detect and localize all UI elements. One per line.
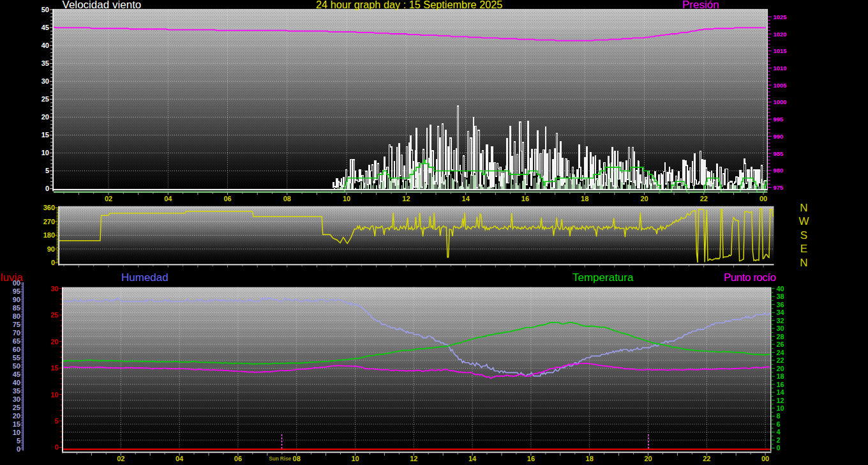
svg-text:32: 32 — [777, 317, 784, 324]
svg-text:980: 980 — [774, 167, 784, 174]
svg-text:Humedad: Humedad — [121, 271, 168, 284]
svg-text:10: 10 — [351, 455, 359, 462]
svg-text:90: 90 — [47, 245, 55, 253]
svg-text:24 hour graph day : 15 Septiem: 24 hour graph day : 15 Septiembre 2025 — [316, 0, 502, 10]
svg-text:40: 40 — [13, 379, 20, 386]
svg-text:14: 14 — [777, 388, 785, 396]
svg-text:18: 18 — [777, 372, 784, 380]
svg-text:18: 18 — [586, 455, 594, 462]
svg-text:22: 22 — [777, 356, 784, 364]
svg-text:14: 14 — [468, 455, 477, 462]
svg-text:85: 85 — [13, 304, 20, 312]
svg-text:08: 08 — [283, 195, 291, 202]
svg-text:25: 25 — [13, 404, 20, 411]
svg-text:08: 08 — [293, 455, 301, 462]
svg-text:20: 20 — [13, 412, 20, 420]
svg-text:995: 995 — [774, 116, 784, 123]
svg-text:75: 75 — [13, 321, 20, 328]
svg-text:Presión: Presión — [682, 0, 719, 11]
svg-text:45: 45 — [13, 370, 20, 378]
svg-text:55: 55 — [13, 354, 20, 362]
svg-text:06: 06 — [223, 195, 231, 202]
svg-text:24: 24 — [777, 349, 785, 356]
svg-text:00: 00 — [760, 195, 767, 202]
svg-text:90: 90 — [13, 296, 20, 303]
svg-text:S: S — [800, 229, 807, 241]
svg-text:1010: 1010 — [774, 65, 787, 72]
svg-text:975: 975 — [774, 184, 784, 191]
svg-text:15: 15 — [50, 364, 58, 372]
svg-text:5: 5 — [45, 167, 49, 174]
svg-text:360: 360 — [43, 204, 55, 211]
svg-text:30: 30 — [50, 285, 58, 293]
svg-text:35: 35 — [41, 59, 49, 67]
svg-text:12: 12 — [402, 195, 410, 202]
svg-text:10: 10 — [50, 391, 58, 399]
svg-text:N: N — [800, 202, 807, 214]
svg-text:02: 02 — [117, 455, 124, 462]
svg-text:20: 20 — [50, 338, 58, 346]
svg-text:20: 20 — [644, 455, 652, 462]
svg-text:0: 0 — [17, 445, 20, 453]
svg-text:30: 30 — [13, 395, 20, 403]
svg-text:10: 10 — [41, 149, 49, 156]
svg-text:40: 40 — [777, 285, 784, 293]
svg-text:5: 5 — [17, 437, 20, 445]
svg-text:20: 20 — [640, 195, 648, 202]
svg-text:02: 02 — [105, 195, 112, 202]
svg-text:38: 38 — [777, 293, 784, 300]
svg-text:16: 16 — [527, 455, 535, 462]
svg-text:80: 80 — [13, 312, 20, 320]
svg-text:1015: 1015 — [774, 47, 788, 54]
svg-text:35: 35 — [13, 387, 20, 395]
svg-text:15: 15 — [13, 420, 20, 428]
svg-text:0: 0 — [51, 259, 55, 266]
svg-text:65: 65 — [13, 337, 20, 345]
svg-text:6: 6 — [777, 420, 781, 428]
svg-text:W: W — [798, 215, 809, 227]
svg-text:22: 22 — [703, 455, 710, 462]
svg-text:4: 4 — [777, 428, 781, 436]
svg-text:N: N — [800, 257, 807, 269]
svg-text:985: 985 — [774, 150, 784, 157]
svg-text:1005: 1005 — [774, 82, 788, 89]
svg-text:28: 28 — [777, 333, 784, 340]
svg-text:8: 8 — [777, 412, 781, 420]
svg-text:Velocidad viento: Velocidad viento — [63, 0, 142, 11]
svg-text:16: 16 — [777, 381, 784, 388]
svg-text:18: 18 — [581, 195, 588, 202]
svg-text:Sun Rise: Sun Rise — [269, 455, 291, 462]
svg-text:36: 36 — [777, 301, 784, 309]
svg-text:10: 10 — [13, 429, 20, 436]
svg-text:0: 0 — [45, 185, 49, 192]
svg-text:70: 70 — [13, 329, 20, 337]
svg-text:25: 25 — [41, 95, 49, 103]
svg-text:5: 5 — [54, 417, 58, 425]
svg-text:10: 10 — [777, 404, 784, 412]
svg-text:20: 20 — [41, 113, 49, 121]
svg-text:04: 04 — [176, 455, 184, 462]
svg-text:0: 0 — [777, 444, 781, 452]
svg-text:180: 180 — [43, 231, 55, 239]
svg-text:15: 15 — [41, 131, 49, 139]
svg-text:270: 270 — [43, 218, 55, 225]
svg-text:14: 14 — [462, 195, 470, 202]
svg-text:95: 95 — [13, 287, 20, 295]
svg-text:0: 0 — [54, 443, 58, 451]
svg-text:990: 990 — [774, 133, 784, 140]
svg-text:2: 2 — [777, 436, 781, 444]
svg-text:00: 00 — [13, 279, 20, 287]
svg-text:40: 40 — [41, 42, 49, 49]
svg-text:10: 10 — [343, 195, 350, 202]
svg-text:06: 06 — [234, 455, 242, 462]
svg-text:16: 16 — [521, 195, 529, 202]
svg-text:Punto rocío: Punto rocío — [724, 271, 775, 284]
svg-text:1020: 1020 — [774, 31, 787, 38]
svg-text:12: 12 — [777, 397, 784, 404]
svg-text:50: 50 — [13, 362, 20, 370]
svg-text:30: 30 — [41, 77, 49, 85]
svg-text:22: 22 — [700, 195, 708, 202]
svg-text:00: 00 — [761, 455, 769, 462]
svg-text:30: 30 — [777, 324, 784, 332]
svg-text:1000: 1000 — [774, 98, 787, 105]
